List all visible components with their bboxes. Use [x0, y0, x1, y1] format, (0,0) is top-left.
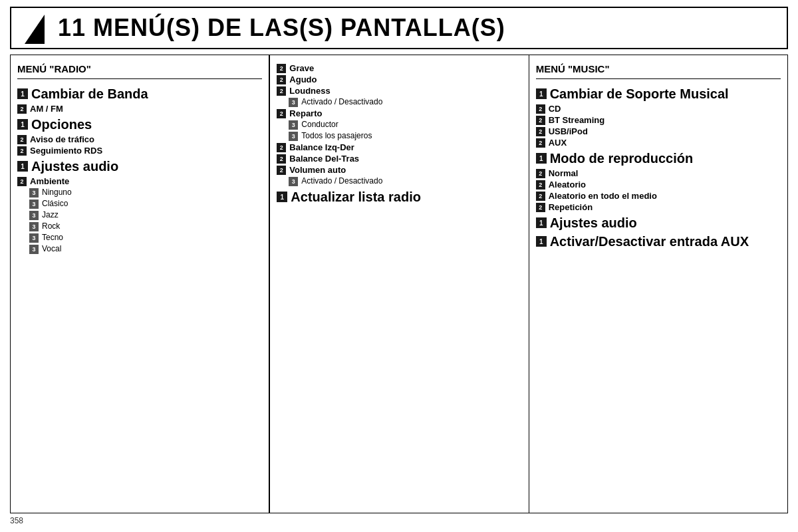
list-item: 3Vocal	[29, 244, 262, 254]
item-label: Repetición	[549, 202, 593, 212]
list-item: 2AM / FM	[17, 104, 262, 114]
page-title: 11 MENÚ(S) DE LAS(S) PANTALLA(S)	[58, 14, 505, 42]
item-label: Modo de reproducción	[550, 150, 694, 166]
item-label: Seguimiento RDS	[30, 146, 102, 156]
level-badge: 3	[29, 211, 39, 220]
level-badge: 1	[536, 88, 547, 99]
list-item: 1Ajustes audio	[536, 215, 781, 231]
level-badge: 3	[29, 222, 39, 231]
level-badge: 3	[289, 177, 298, 186]
level-badge: 2	[536, 203, 545, 212]
list-item: 3Jazz	[29, 210, 262, 220]
item-label: Balance Izq-Der	[289, 142, 354, 152]
level-badge: 2	[17, 177, 27, 186]
item-label: Aleatorio	[549, 180, 586, 190]
level-badge: 2	[536, 116, 545, 125]
item-label: Activado / Desactivado	[301, 97, 382, 106]
level-badge: 2	[536, 169, 545, 178]
item-label: Rock	[42, 221, 60, 231]
list-item: 2Balance Del-Tras	[277, 154, 521, 164]
level-badge: 2	[277, 64, 286, 73]
level-badge: 3	[29, 200, 39, 209]
level-badge: 1	[536, 153, 547, 164]
item-label: Balance Del-Tras	[289, 154, 359, 164]
item-label: Activado / Desactivado	[301, 176, 382, 186]
list-item: 2Grave	[277, 63, 521, 73]
item-label: Aleatorio en todo el medio	[549, 191, 657, 201]
list-item: 2Loudness	[277, 86, 521, 96]
item-label: Reparto	[289, 108, 322, 118]
list-item: 1Actualizar lista radio	[277, 189, 521, 205]
list-item: 3Activado / Desactivado	[289, 97, 521, 107]
content-area: MENÚ "RADIO" 1Cambiar de Banda2AM / FM1O…	[10, 55, 788, 513]
item-label: AM / FM	[30, 104, 63, 114]
item-label: Activar/Desactivar entrada AUX	[550, 233, 749, 249]
col-music-header: MENÚ "MUSIC"	[536, 63, 781, 79]
item-label: Ajustes audio	[31, 158, 118, 174]
item-label: BT Streaming	[549, 115, 605, 125]
item-label: Normal	[549, 168, 579, 178]
list-item: 1Cambiar de Soporte Musical	[536, 86, 781, 102]
list-item: 2Balance Izq-Der	[277, 142, 521, 152]
item-label: Ajustes audio	[550, 215, 637, 231]
list-item: 1Opciones	[17, 116, 262, 132]
item-label: Jazz	[42, 210, 59, 219]
list-item: 3Activado / Desactivado	[289, 176, 521, 186]
level-badge: 3	[29, 233, 39, 243]
item-label: Actualizar lista radio	[291, 189, 421, 205]
page-footer: 358	[10, 513, 788, 525]
item-label: Ambiente	[30, 176, 69, 186]
level-badge: 2	[277, 166, 286, 175]
list-item: 1Ajustes audio	[17, 158, 262, 174]
list-item: 2Aleatorio	[536, 180, 781, 190]
list-item: 2Volumen auto	[277, 165, 521, 175]
page-wrapper: 11 MENÚ(S) DE LAS(S) PANTALLA(S) MENÚ "R…	[0, 0, 798, 532]
item-label: Aviso de tráfico	[30, 134, 94, 144]
list-item: 2Repetición	[536, 202, 781, 212]
item-label: Vocal	[42, 244, 61, 253]
list-item: 2Normal	[536, 168, 781, 178]
level-badge: 1	[17, 161, 28, 172]
level-badge: 3	[29, 245, 39, 254]
item-label: Todos los pasajeros	[301, 131, 372, 140]
list-item: 3Tecno	[29, 233, 262, 243]
list-item: 2CD	[536, 104, 781, 114]
level-badge: 2	[277, 154, 286, 164]
list-item: 2Seguimiento RDS	[17, 146, 262, 156]
column-radio: MENÚ "RADIO" 1Cambiar de Banda2AM / FM1O…	[11, 55, 269, 513]
list-item: 2Reparto	[277, 108, 521, 118]
level-badge: 2	[536, 192, 545, 201]
item-label: AUX	[549, 138, 567, 148]
item-label: USB/iPod	[549, 126, 588, 136]
list-item: 3Ninguno	[29, 188, 262, 198]
level-badge: 2	[17, 104, 27, 114]
list-item: 3Clásico	[29, 199, 262, 209]
level-badge: 2	[277, 75, 286, 84]
list-item: 3Todos los pasajeros	[289, 131, 521, 141]
item-label: Agudo	[289, 74, 317, 84]
item-label: Tecno	[42, 233, 63, 242]
list-item: 2Aleatorio en todo el medio	[536, 191, 781, 201]
level-badge: 2	[536, 180, 545, 190]
item-label: Loudness	[289, 86, 330, 96]
level-badge: 2	[277, 109, 286, 118]
items-radio: 1Cambiar de Banda2AM / FM1Opciones2Aviso…	[17, 86, 262, 254]
level-badge: 2	[17, 135, 27, 144]
item-label: Ninguno	[42, 188, 72, 197]
level-badge: 1	[536, 217, 547, 228]
list-item: 3Conductor	[289, 120, 521, 130]
item-label: Conductor	[301, 120, 338, 129]
list-item: 2BT Streaming	[536, 115, 781, 125]
page-number: 358	[10, 516, 23, 525]
list-item: 2Aviso de tráfico	[17, 134, 262, 144]
level-badge: 1	[536, 236, 547, 247]
page-header: 11 MENÚ(S) DE LAS(S) PANTALLA(S)	[10, 7, 788, 49]
list-item: 2Agudo	[277, 74, 521, 84]
level-badge: 2	[536, 138, 545, 148]
level-badge: 3	[289, 132, 298, 141]
level-badge: 3	[289, 98, 298, 107]
list-item: 2AUX	[536, 138, 781, 148]
item-label: CD	[549, 104, 561, 114]
level-badge: 2	[536, 104, 545, 114]
level-badge: 2	[277, 86, 286, 96]
